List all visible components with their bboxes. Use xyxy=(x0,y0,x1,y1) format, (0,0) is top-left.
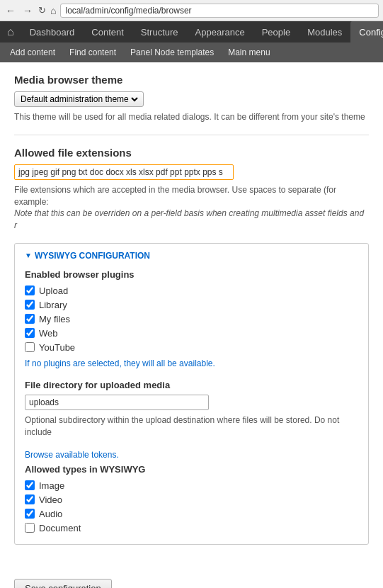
plugin-upload-row: Upload xyxy=(25,285,358,296)
nav-home[interactable]: ⌂ xyxy=(0,21,21,43)
plugin-myfiles-label[interactable]: My files xyxy=(39,314,70,324)
plugin-library-row: Library xyxy=(25,300,358,310)
media-browser-theme-desc: This theme will be used for all media re… xyxy=(14,111,369,123)
nav-dashboard[interactable]: Dashboard xyxy=(21,21,84,43)
type-video-checkbox[interactable] xyxy=(25,494,35,504)
sub-add-content[interactable]: Add content xyxy=(3,43,62,62)
type-document-label[interactable]: Document xyxy=(39,523,81,533)
allowed-extensions-section: Allowed file extensions File extensions … xyxy=(14,147,369,232)
save-configuration-button[interactable]: Save configuration xyxy=(14,579,112,588)
browse-tokens-link[interactable]: Browse available tokens. xyxy=(25,450,358,460)
reload-button[interactable]: ↻ xyxy=(38,5,46,16)
type-image-label[interactable]: Image xyxy=(39,480,64,491)
wysiwyg-section: ▼ WYSIWYG CONFIGURATION Enabled browser … xyxy=(14,243,369,545)
file-dir-input[interactable] xyxy=(25,395,209,410)
plugins-title: Enabled browser plugins xyxy=(25,269,358,280)
theme-select[interactable]: Default administration theme xyxy=(18,94,140,105)
type-video-row: Video xyxy=(25,494,358,505)
type-video-label[interactable]: Video xyxy=(39,494,62,505)
wysiwyg-collapse-arrow: ▼ xyxy=(25,251,32,259)
allowed-extensions-title: Allowed file extensions xyxy=(14,147,369,159)
plugin-library-checkbox[interactable] xyxy=(25,300,35,310)
media-browser-theme-title: Media browser theme xyxy=(14,74,369,86)
nav-content[interactable]: Content xyxy=(83,21,132,43)
admin-nav: ⌂ Dashboard Content Structure Appearance… xyxy=(0,21,383,43)
browser-bar: ← → ↻ ⌂ xyxy=(0,0,383,21)
sub-find-content[interactable]: Find content xyxy=(62,43,123,62)
address-bar[interactable] xyxy=(60,4,379,18)
media-browser-theme-section: Media browser theme Default administrati… xyxy=(14,74,369,123)
divider-1 xyxy=(14,135,369,135)
nav-modules[interactable]: Modules xyxy=(299,21,350,43)
sub-panel-node[interactable]: Panel Node templates xyxy=(123,43,221,62)
type-audio-label[interactable]: Audio xyxy=(39,509,62,519)
plugin-web-checkbox[interactable] xyxy=(25,328,35,338)
plugin-upload-checkbox[interactable] xyxy=(25,285,35,295)
plugin-youtube-checkbox[interactable] xyxy=(25,342,35,352)
type-image-row: Image xyxy=(25,480,358,491)
file-extensions-input[interactable] xyxy=(14,164,234,180)
type-document-row: Document xyxy=(25,523,358,533)
nav-appearance[interactable]: Appearance xyxy=(187,21,253,43)
wysiwyg-header[interactable]: ▼ WYSIWYG CONFIGURATION xyxy=(25,251,358,261)
home-button[interactable]: ⌂ xyxy=(50,5,56,16)
main-content: Media browser theme Default administrati… xyxy=(0,62,383,556)
allowed-types-title: Allowed types in WYSIWYG xyxy=(25,464,358,475)
type-audio-checkbox[interactable] xyxy=(25,509,35,519)
file-dir-desc: Optional subdirectory within the upload … xyxy=(25,414,358,439)
plugin-upload-label[interactable]: Upload xyxy=(39,285,68,296)
sub-nav: Add content Find content Panel Node temp… xyxy=(0,43,383,62)
footer-bar: Save configuration xyxy=(0,556,383,588)
plugin-youtube-label[interactable]: YouTube xyxy=(39,342,75,353)
type-image-checkbox[interactable] xyxy=(25,480,35,490)
nav-people[interactable]: People xyxy=(253,21,299,43)
nav-configuration[interactable]: Configuration xyxy=(350,21,383,43)
wysiwyg-header-label: WYSIWYG CONFIGURATION xyxy=(35,251,150,261)
sub-main-menu[interactable]: Main menu xyxy=(221,43,277,62)
plugin-youtube-row: YouTube xyxy=(25,342,358,353)
file-dir-title: File directory for uploaded media xyxy=(25,380,358,390)
theme-select-wrapper[interactable]: Default administration theme xyxy=(14,91,144,107)
type-audio-row: Audio xyxy=(25,509,358,519)
plugin-myfiles-row: My files xyxy=(25,314,358,324)
back-button[interactable]: ← xyxy=(4,5,17,16)
plugin-note: If no plugins are selected, they will al… xyxy=(25,358,358,368)
forward-button[interactable]: → xyxy=(21,5,34,16)
nav-structure[interactable]: Structure xyxy=(132,21,187,43)
plugin-web-row: Web xyxy=(25,328,358,339)
plugin-myfiles-checkbox[interactable] xyxy=(25,314,35,324)
plugin-web-label[interactable]: Web xyxy=(39,328,58,339)
extensions-desc: File extensions which are accepted in th… xyxy=(14,184,369,232)
type-document-checkbox[interactable] xyxy=(25,523,35,533)
plugin-library-label[interactable]: Library xyxy=(39,300,67,310)
